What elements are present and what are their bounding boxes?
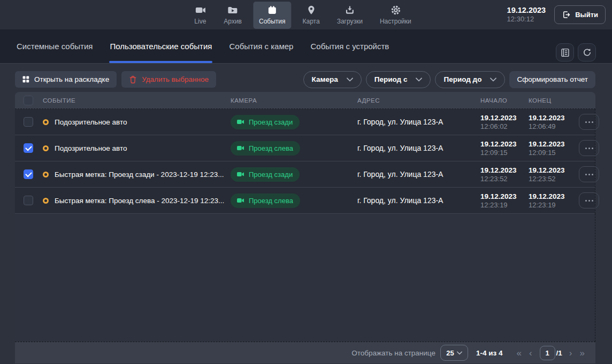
event-name: Быстрая метка: Проезд сзади - 2023-12-19… xyxy=(55,171,224,179)
camera-badge[interactable]: Проезд слева xyxy=(231,193,300,208)
clock: 19.12.2023 12:30:12 xyxy=(507,5,546,25)
nav-item-label: Карта xyxy=(303,18,320,25)
tab-user-events[interactable]: Пользовательские события xyxy=(109,29,212,63)
pagination-bar: Отображать на странице 25 1-4 из 4 « ‹ 1… xyxy=(15,342,595,363)
event-status-icon xyxy=(43,172,49,177)
current-date: 19.12.2023 xyxy=(507,5,546,16)
period-to-dropdown[interactable]: Период до xyxy=(435,71,505,88)
row-actions-button[interactable] xyxy=(579,140,599,156)
layout-grid-icon xyxy=(22,76,29,83)
logout-button[interactable]: Выйти xyxy=(554,5,606,24)
prev-page-button[interactable]: ‹ xyxy=(525,348,536,358)
row-checkbox[interactable] xyxy=(24,117,33,127)
event-end: 19.12.2023 12:23:19 xyxy=(529,192,571,209)
event-address: г. Город, ул. Улица 123-А xyxy=(357,196,480,205)
table-row[interactable]: Быстрая метка: Проезд слева - 2023-12-19… xyxy=(15,188,595,214)
top-bar: Live Архив События Карта Загрузки xyxy=(0,0,612,29)
first-page-button[interactable]: « xyxy=(512,348,525,358)
period-to-label: Период до xyxy=(443,75,481,83)
event-address: г. Город, ул. Улица 123-А xyxy=(357,118,480,126)
chevron-down-icon xyxy=(457,351,462,355)
tab-device-events[interactable]: События с устройств xyxy=(310,29,389,63)
open-on-layout-label: Открыть на раскладке xyxy=(34,75,109,83)
per-page-label: Отображать на странице xyxy=(351,349,435,357)
event-name: Быстрая метка: Проезд слева - 2023-12-19… xyxy=(55,197,224,205)
generate-report-label: Сформировать отчет xyxy=(517,75,588,83)
event-status-icon xyxy=(43,145,49,151)
chevron-down-icon xyxy=(416,78,422,82)
column-header-start: НАЧАЛО xyxy=(480,97,529,104)
nav-item-label: Загрузки xyxy=(337,18,363,25)
tab-camera-events[interactable]: События с камер xyxy=(228,29,294,63)
event-status-icon xyxy=(43,198,49,204)
journal-button[interactable] xyxy=(556,43,574,61)
event-name: Подозрительное авто xyxy=(55,118,127,126)
column-header-event: СОБЫТИЕ xyxy=(43,97,231,104)
open-on-layout-button[interactable]: Открыть на раскладке xyxy=(15,71,117,88)
per-page-select[interactable]: 25 xyxy=(440,345,468,361)
camera-icon xyxy=(236,145,244,151)
refresh-button[interactable] xyxy=(578,43,596,61)
archive-folder-icon xyxy=(227,5,239,16)
nav-item-settings[interactable]: Настройки xyxy=(374,2,417,29)
events-tab-bar: Системные события Пользовательские событ… xyxy=(0,29,612,64)
camera-filter-dropdown[interactable]: Камера xyxy=(303,71,362,88)
generate-report-button[interactable]: Сформировать отчет xyxy=(509,71,595,88)
event-status-icon xyxy=(43,119,49,125)
logout-label: Выйти xyxy=(575,11,598,19)
event-address: г. Город, ул. Улица 123-А xyxy=(357,170,480,179)
row-checkbox[interactable] xyxy=(24,169,33,179)
camera-icon xyxy=(236,171,244,177)
chevron-down-icon xyxy=(347,78,353,82)
live-camera-icon xyxy=(195,5,206,16)
nav-item-live[interactable]: Live xyxy=(188,2,212,29)
camera-badge[interactable]: Проезд сзади xyxy=(231,115,300,129)
nav-item-label: Настройки xyxy=(380,18,411,25)
column-header-camera: КАМЕРА xyxy=(231,97,357,104)
period-from-dropdown[interactable]: Период с xyxy=(366,71,431,88)
main-navigation: Live Архив События Карта Загрузки xyxy=(188,2,417,29)
current-page-input[interactable]: 1 xyxy=(540,346,555,360)
nav-item-label: Live xyxy=(194,18,206,25)
table-row[interactable]: Быстрая метка: Проезд сзади - 2023-12-19… xyxy=(15,161,595,188)
events-toolbar: Открыть на раскладке Удалить выбранное К… xyxy=(0,64,612,92)
table-empty-area xyxy=(15,214,595,342)
next-page-button[interactable]: › xyxy=(565,348,576,358)
event-end: 19.12.2023 12:23:52 xyxy=(529,166,571,183)
event-start: 19.12.2023 12:23:19 xyxy=(480,192,529,209)
table-row[interactable]: Подозрительное авто Проезд слева г. Горо… xyxy=(15,135,595,161)
tab-system-events[interactable]: Системные события xyxy=(16,29,93,63)
nav-item-archive[interactable]: Архив xyxy=(218,2,248,29)
event-start: 19.12.2023 12:09:15 xyxy=(480,140,529,157)
column-header-address: АДРЕС xyxy=(357,97,480,104)
range-indicator: 1-4 из 4 xyxy=(476,349,503,357)
row-checkbox[interactable] xyxy=(24,196,33,205)
trash-icon xyxy=(129,75,137,84)
delete-selected-button[interactable]: Удалить выбранное xyxy=(121,71,216,88)
camera-badge[interactable]: Проезд слева xyxy=(231,141,300,156)
nav-item-map[interactable]: Карта xyxy=(297,2,326,29)
nav-item-label: События xyxy=(259,18,286,25)
column-header-end: КОНЕЦ xyxy=(529,97,571,104)
event-end: 19.12.2023 12:06:49 xyxy=(529,114,571,130)
camera-icon xyxy=(236,197,244,204)
camera-icon xyxy=(236,119,244,125)
event-address: г. Город, ул. Улица 123-А xyxy=(357,144,480,152)
table-body: Подозрительное авто Проезд сзади г. Горо… xyxy=(15,109,595,214)
table-row[interactable]: Подозрительное авто Проезд сзади г. Горо… xyxy=(15,109,595,135)
chevron-down-icon xyxy=(490,78,496,82)
row-actions-button[interactable] xyxy=(579,192,599,208)
event-end: 19.12.2023 12:09:15 xyxy=(529,140,571,157)
events-calendar-icon xyxy=(266,5,278,16)
select-all-checkbox[interactable] xyxy=(24,96,33,105)
nav-item-label: Архив xyxy=(224,18,242,25)
last-page-button[interactable]: » xyxy=(576,348,588,358)
logout-icon xyxy=(562,10,571,19)
nav-item-downloads[interactable]: Загрузки xyxy=(331,2,369,29)
row-actions-button[interactable] xyxy=(579,166,599,182)
row-actions-button[interactable] xyxy=(579,114,599,130)
row-checkbox[interactable] xyxy=(24,143,33,153)
camera-badge[interactable]: Проезд сзади xyxy=(231,167,300,182)
delete-selected-label: Удалить выбранное xyxy=(142,75,209,83)
nav-item-events[interactable]: События xyxy=(253,2,292,29)
